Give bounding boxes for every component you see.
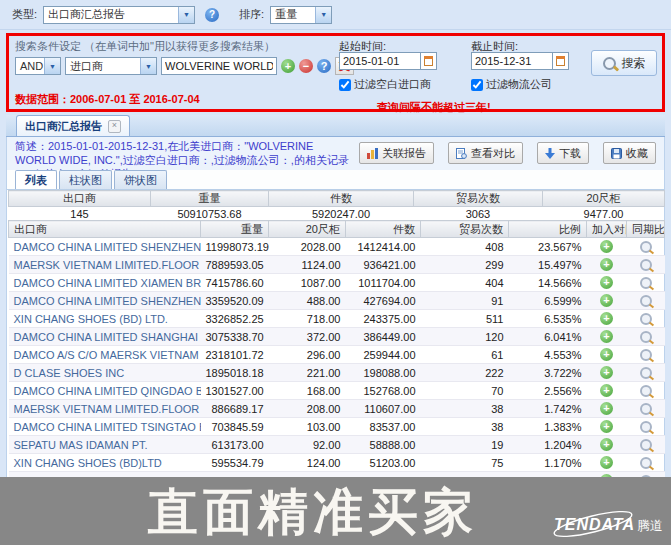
add-to-compare-icon[interactable]: +: [600, 312, 613, 325]
ratio-cell: 1.170%: [509, 454, 587, 472]
yoy-magnifier-icon[interactable]: [640, 331, 652, 343]
exporter-name-link[interactable]: DAMCO CHINA LIMITED SHANGHAI BRA...: [14, 331, 201, 343]
view-compare-button[interactable]: 查看对比: [448, 142, 523, 164]
download-button[interactable]: 下载: [537, 142, 589, 164]
yoy-magnifier-icon[interactable]: [640, 313, 652, 325]
sort-value: 重量: [275, 7, 297, 22]
app-screen: 类型: 出口商汇总报告 ▼ ? 排序: 重量 ▼ 搜索条件设定 （在单词中加"用…: [0, 0, 671, 545]
teu-cell: 718.00: [269, 310, 346, 328]
exporter-name-link[interactable]: XIN CHANG SHOES (BD)LTD: [14, 457, 162, 469]
table-row: DAMCO CHINA LIMITED SHENZHEN BRAN3359520…: [9, 292, 665, 310]
yoy-cell: [627, 382, 665, 400]
search-icon: [603, 57, 616, 70]
tab-list-view[interactable]: 列表: [15, 170, 57, 189]
tab-bar-chart-view[interactable]: 柱状图: [59, 170, 112, 189]
exporter-name-link[interactable]: DAMCO CHINA LIMITED QINGDAO BRAN...: [14, 385, 201, 397]
report-type-select[interactable]: 出口商汇总报告 ▼: [43, 6, 195, 24]
table-row: MAERSK VIETNAM LIMITED.FLOOR 3-4-886689.…: [9, 400, 665, 418]
calendar-icon[interactable]: [421, 52, 437, 70]
view-compare-label: 查看对比: [471, 146, 515, 161]
weight-cell: 7889593.05: [201, 256, 269, 274]
column-header-teu: 20尺柜: [269, 221, 346, 238]
add-to-compare-icon[interactable]: +: [600, 276, 613, 289]
keyword-input[interactable]: [161, 57, 277, 75]
column-header-ratio: 比例: [509, 221, 587, 238]
exporter-name-link[interactable]: XIN CHANG SHOES (BD) LTD.: [14, 313, 168, 325]
yoy-magnifier-icon[interactable]: [640, 349, 652, 361]
exporter-name-link[interactable]: DAMCO CHINA LIMITED SHENZHEN BRAN: [14, 295, 201, 307]
filter-blank-checkbox[interactable]: 过滤空白进口商: [339, 77, 431, 92]
end-date-input[interactable]: [471, 52, 553, 70]
search-button[interactable]: 搜索: [591, 50, 657, 76]
add-to-compare-icon[interactable]: +: [600, 366, 613, 379]
yoy-magnifier-icon[interactable]: [640, 259, 652, 271]
pieces-cell: 1412414.00: [346, 238, 421, 256]
remove-condition-icon[interactable]: −: [299, 59, 313, 73]
yoy-magnifier-icon[interactable]: [640, 403, 652, 415]
report-type-label: 类型:: [12, 7, 37, 22]
condition-help-icon[interactable]: ?: [317, 59, 331, 73]
exporter-name-link[interactable]: SEPATU MAS IDAMAN PT.: [14, 439, 148, 451]
download-arrow-icon: [545, 148, 555, 159]
search-field-select[interactable]: 进口商 ▼: [65, 57, 157, 75]
close-icon[interactable]: ×: [108, 120, 121, 133]
add-to-compare-icon[interactable]: +: [600, 384, 613, 397]
exporter-name-cell: D CLASE SHOES INC: [9, 364, 201, 382]
add-to-compare-icon[interactable]: +: [600, 402, 613, 415]
yoy-magnifier-icon[interactable]: [640, 385, 652, 397]
weight-cell: 1301527.00: [201, 382, 269, 400]
yoy-magnifier-icon[interactable]: [640, 457, 652, 469]
tab-pie-chart-view[interactable]: 饼状图: [114, 170, 167, 189]
add-to-compare-icon[interactable]: +: [600, 294, 613, 307]
bool-operator-select[interactable]: AND ▼: [15, 57, 61, 75]
ratio-cell: 4.553%: [509, 346, 587, 364]
exporter-name-link[interactable]: D CLASE SHOES INC: [14, 367, 125, 379]
yoy-magnifier-icon[interactable]: [640, 241, 652, 253]
add-compare-cell: +: [587, 274, 627, 292]
teu-cell: 92.00: [269, 436, 346, 454]
report-type-value: 出口商汇总报告: [48, 7, 125, 22]
add-to-compare-icon[interactable]: +: [600, 240, 613, 253]
exporter-name-link[interactable]: DAMCO CHINA LIMITED SHENZHEN BRA...: [14, 241, 201, 253]
pieces-cell: 936421.00: [346, 256, 421, 274]
add-compare-cell: +: [587, 418, 627, 436]
trades-cell: 75: [421, 454, 509, 472]
yoy-magnifier-icon[interactable]: [640, 421, 652, 433]
add-to-compare-icon[interactable]: +: [600, 258, 613, 271]
summary-header: 件数: [269, 191, 414, 207]
yoy-magnifier-icon[interactable]: [640, 295, 652, 307]
exporter-name-cell: SEPATU MAS IDAMAN PT.: [9, 436, 201, 454]
exporter-name-link[interactable]: MAERSK VIETNAM LIMITED.FLOOR 3-4-5,: [14, 259, 201, 271]
exporter-name-link[interactable]: DAMCO CHINA LIMITED TSINGTAO BRA...: [14, 421, 201, 433]
add-to-compare-icon[interactable]: +: [600, 438, 613, 451]
pieces-cell: 427694.00: [346, 292, 421, 310]
teu-cell: 1124.00: [269, 256, 346, 274]
add-to-compare-icon[interactable]: +: [600, 348, 613, 361]
add-condition-icon[interactable]: +: [281, 59, 295, 73]
start-date-input[interactable]: [339, 52, 421, 70]
filter-logistics-checkbox[interactable]: 过滤物流公司: [471, 77, 552, 92]
yoy-magnifier-icon[interactable]: [640, 439, 652, 451]
yoy-magnifier-icon[interactable]: [640, 367, 652, 379]
exporter-name-link[interactable]: DAMCO A/S C/O MAERSK VIETNAM LTD.,: [14, 349, 201, 361]
checkbox-icon[interactable]: [339, 79, 351, 91]
checkbox-icon[interactable]: [471, 79, 483, 91]
yoy-cell: [627, 364, 665, 382]
add-compare-cell: +: [587, 454, 627, 472]
add-to-compare-icon[interactable]: +: [600, 330, 613, 343]
help-icon[interactable]: ?: [205, 8, 219, 22]
sort-select[interactable]: 重量 ▼: [270, 6, 332, 24]
exporter-name-link[interactable]: DAMCO CHINA LIMITED XIAMEN BRANCH: [14, 277, 201, 289]
calendar-icon[interactable]: [553, 52, 569, 70]
data-range-text: 数据范围：2006-07-01 至 2016-07-04: [15, 92, 200, 107]
add-to-compare-icon[interactable]: +: [600, 456, 613, 469]
tab-exporter-summary-report[interactable]: 出口商汇总报告 ×: [16, 115, 130, 136]
yoy-magnifier-icon[interactable]: [640, 277, 652, 289]
favorite-button[interactable]: 收藏: [603, 142, 656, 164]
add-to-compare-icon[interactable]: +: [600, 420, 613, 433]
related-report-button[interactable]: 关联报告: [359, 142, 434, 164]
yoy-cell: [627, 238, 665, 256]
pieces-cell: 386449.00: [346, 328, 421, 346]
exporter-name-link[interactable]: MAERSK VIETNAM LIMITED.FLOOR 3-4-: [14, 403, 201, 415]
report-description-area: 简述：2015-01-01-2015-12-31,在北美进口商："WOLVERI…: [7, 137, 664, 170]
